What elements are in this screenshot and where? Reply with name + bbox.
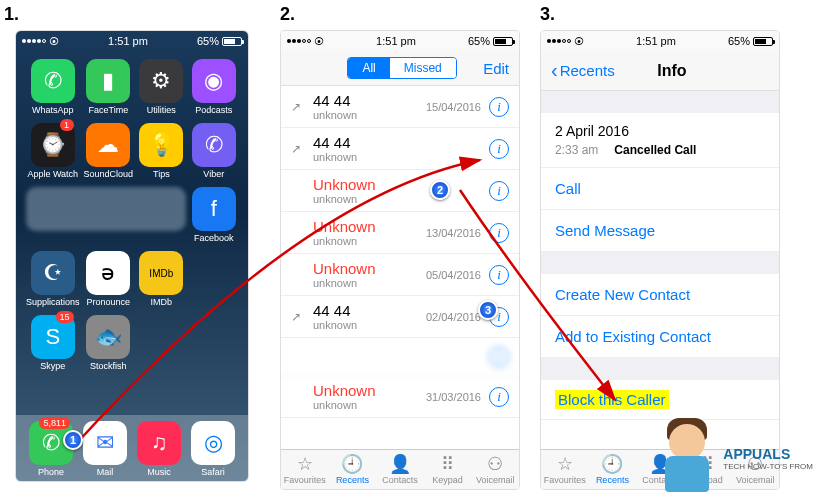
battery-icon [753,37,773,46]
keypad-icon: ⠿ [441,454,454,474]
tab-label: Favourites [544,475,586,485]
page-title: Info [575,62,769,80]
segment-missed[interactable]: Missed [390,58,456,78]
app-skype[interactable]: SSkype15 [26,315,80,371]
call-date: 15/04/2016 [426,101,481,113]
info-button[interactable]: i [489,387,509,407]
call-date: 31/03/2016 [426,391,481,403]
app-pronounce[interactable]: əPronounce [84,251,134,307]
battery-percent: 65% [197,35,219,47]
step-1-label: 1. [4,4,19,25]
app-soundcloud[interactable]: ☁SoundCloud [84,123,134,179]
tab-recents[interactable]: 🕘Recents [589,454,637,485]
app-whatsapp[interactable]: ✆WhatsApp [26,59,80,115]
tab-favourites[interactable]: ☆Favourites [541,454,589,485]
app-tips[interactable]: 💡Tips [137,123,185,179]
app-stockfish[interactable]: 🐟Stockfish [84,315,134,371]
favourites-icon: ☆ [297,454,313,474]
info-button[interactable]: i [489,265,509,285]
segment-control: All Missed [347,57,456,79]
app-safari[interactable]: ◎Safari [188,421,238,477]
call-name: 44 44 [313,302,426,319]
send-message-action[interactable]: Send Message [541,210,779,252]
app-imdb[interactable]: IMDbIMDb [137,251,185,307]
app-label: Utilities [147,105,176,115]
call-list[interactable]: ↗44 44unknown15/04/2016i↗44 44unknowniUn… [281,86,519,418]
app-podcasts[interactable]: ◉Podcasts [190,59,238,115]
call-date: 13/04/2016 [426,227,481,239]
battery-icon [493,37,513,46]
segment-all[interactable]: All [348,58,389,78]
info-button[interactable]: i [489,139,509,159]
info-button[interactable]: i [489,347,509,367]
badge: 1 [60,119,74,131]
call-row[interactable]: i [281,338,519,376]
contacts-icon: 👤 [389,454,411,474]
app-icon: ✆ [192,123,236,167]
call-row[interactable]: Unknownunknown31/03/2016i [281,376,519,418]
app-label: Music [147,467,171,477]
app-label: Phone [38,467,64,477]
app-icon: ◉ [192,59,236,103]
edit-button[interactable]: Edit [483,60,509,77]
info-button[interactable]: i [489,97,509,117]
app-icon: ◎ [191,421,235,465]
tab-keypad[interactable]: ⠿Keypad [424,454,472,485]
app-label: IMDb [151,297,173,307]
call-date: 05/04/2016 [426,269,481,281]
tab-contacts[interactable]: 👤Contacts [376,454,424,485]
tab-label: Recents [596,475,629,485]
tab-label: Favourites [284,475,326,485]
annotation-marker-3: 3 [478,300,498,320]
call-time: 2:33 am [555,143,598,157]
status-time: 1:51 pm [376,35,416,47]
app-music[interactable]: ♫Music [134,421,184,477]
call-name: Unknown [313,382,426,399]
status-bar: ⦿ 1:51 pm 65% [16,31,248,51]
app-facebook[interactable]: fFacebook [190,187,238,243]
app-facetime[interactable]: ▮FaceTime [84,59,134,115]
call-row[interactable]: Unknownunknown13/04/2016i [281,212,519,254]
info-button[interactable]: i [489,181,509,201]
call-sub: unknown [313,319,426,331]
tab-bar: ☆Favourites🕘Recents👤Contacts⠿Keypad⚇Voic… [281,449,519,489]
battery-percent: 65% [728,35,750,47]
battery-percent: 65% [468,35,490,47]
app-label: Supplications [26,297,80,307]
call-row[interactable]: Unknownunknowni [281,170,519,212]
tab-recents[interactable]: 🕘Recents [329,454,377,485]
call-row[interactable]: ↗44 44unknowni [281,128,519,170]
watermark: APPUALS TECH HOW-TO'S FROM [657,418,813,498]
wifi-icon: ⦿ [49,36,59,47]
blurred-apps [26,187,186,231]
call-row[interactable]: ↗44 44unknown15/04/2016i [281,86,519,128]
create-contact-action[interactable]: Create New Contact [541,274,779,316]
app-icon: 💡 [139,123,183,167]
add-contact-action[interactable]: Add to Existing Contact [541,316,779,358]
wifi-icon: ⦿ [314,36,324,47]
tab-label: Contacts [382,475,418,485]
recents-icon: 🕘 [601,454,623,474]
info-button[interactable]: i [489,223,509,243]
app-utilities[interactable]: ⚙Utilities [137,59,185,115]
status-time: 1:51 pm [108,35,148,47]
annotation-marker-1: 1 [63,430,83,450]
app-viber[interactable]: ✆Viber [190,123,238,179]
outgoing-icon: ↗ [291,100,307,114]
app-icon: ə [86,251,130,295]
call-action[interactable]: Call [541,168,779,210]
outgoing-icon: ↗ [291,310,307,324]
call-name: 44 44 [313,92,426,109]
call-row[interactable]: Unknownunknown05/04/2016i [281,254,519,296]
recents-icon: 🕘 [341,454,363,474]
app-label: Safari [201,467,225,477]
app-supplications[interactable]: ☪Supplications [26,251,80,307]
annotation-marker-2: 2 [430,180,450,200]
tab-voicemail[interactable]: ⚇Voicemail [471,454,519,485]
app-mail[interactable]: ✉Mail [80,421,130,477]
recents-navbar: All Missed Edit [281,51,519,86]
app-apple-watch[interactable]: ⌚Apple Watch1 [26,123,80,179]
block-caller-action[interactable]: Block this Caller [541,380,779,420]
tab-favourites[interactable]: ☆Favourites [281,454,329,485]
call-detail-section: 2 April 2016 2:33 am Cancelled Call [541,113,779,168]
